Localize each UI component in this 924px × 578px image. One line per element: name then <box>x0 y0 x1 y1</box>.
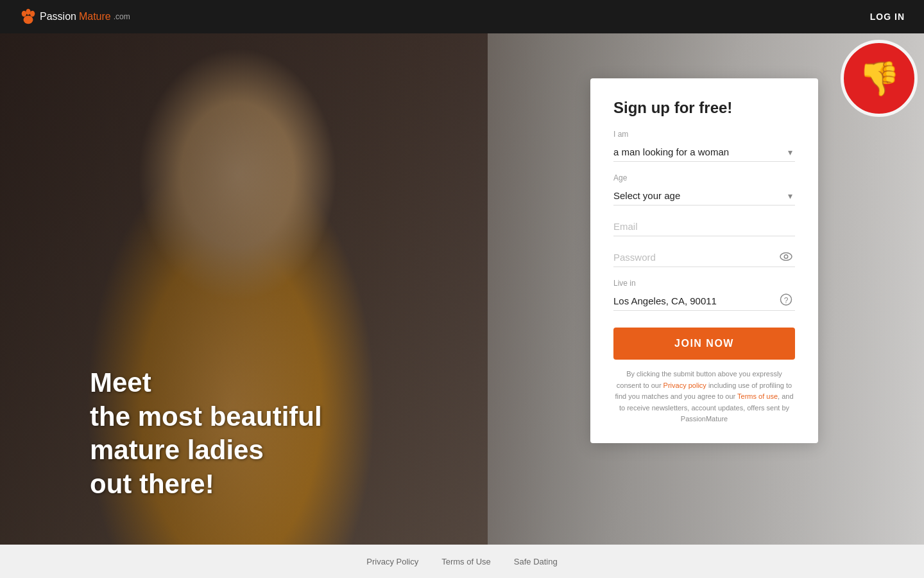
footer: Privacy Policy Terms of Use Safe Dating <box>0 545 924 578</box>
age-select-wrapper: Select your age 18192025 30354045 505560… <box>613 186 795 206</box>
live-in-label: Live in <box>613 279 795 288</box>
disclaimer: By clicking the submit button above you … <box>613 369 795 425</box>
privacy-link[interactable]: Privacy policy <box>663 381 706 389</box>
signup-title: Sign up for free! <box>613 99 795 117</box>
logo-com: .com <box>114 12 130 21</box>
svg-point-5 <box>784 255 788 259</box>
thumbs-down-badge: 👎 <box>841 40 918 117</box>
i-am-select-wrapper: a man looking for a woman a woman lookin… <box>613 143 795 162</box>
svg-point-4 <box>780 253 792 261</box>
password-wrapper <box>613 248 795 267</box>
email-input[interactable] <box>613 217 795 236</box>
join-button[interactable]: JOIN NOW <box>613 328 795 360</box>
age-label: Age <box>613 173 795 182</box>
hero-tagline: Meet the most beautiful mature ladies ou… <box>90 366 322 501</box>
logo: PassionMature.com <box>19 8 130 26</box>
i-am-label: I am <box>613 130 795 139</box>
logo-passion: Passion <box>40 11 76 22</box>
svg-point-2 <box>30 11 35 17</box>
thumbs-down-icon: 👎 <box>859 62 900 95</box>
footer-privacy-link[interactable]: Privacy Policy <box>366 557 418 566</box>
i-am-group: I am a man looking for a woman a woman l… <box>613 130 795 162</box>
location-input[interactable] <box>613 292 795 311</box>
logo-paw-icon <box>19 8 37 26</box>
header: PassionMature.com LOG IN <box>0 0 924 33</box>
hero-section: Meet the most beautiful mature ladies ou… <box>0 33 924 578</box>
footer-safe-dating-link[interactable]: Safe Dating <box>514 557 558 566</box>
footer-terms-link[interactable]: Terms of Use <box>441 557 491 566</box>
terms-link[interactable]: Terms of use <box>737 392 778 400</box>
logo-mature: Mature <box>79 11 111 22</box>
svg-text:?: ? <box>784 296 789 305</box>
age-group: Age Select your age 18192025 30354045 50… <box>613 173 795 206</box>
location-group: Live in ? <box>613 279 795 311</box>
age-select[interactable]: Select your age 18192025 30354045 505560… <box>613 186 795 206</box>
email-group <box>613 217 795 236</box>
signup-card: Sign up for free! I am a man looking for… <box>590 78 818 443</box>
password-toggle-icon[interactable] <box>780 251 792 265</box>
svg-point-0 <box>22 11 26 17</box>
svg-point-3 <box>24 15 33 24</box>
svg-point-1 <box>26 9 30 15</box>
password-group <box>613 248 795 267</box>
i-am-select[interactable]: a man looking for a woman a woman lookin… <box>613 143 795 162</box>
login-button[interactable]: LOG IN <box>870 12 905 22</box>
location-help-icon[interactable]: ? <box>780 293 792 310</box>
password-input[interactable] <box>613 248 795 267</box>
location-wrapper: ? <box>613 292 795 311</box>
